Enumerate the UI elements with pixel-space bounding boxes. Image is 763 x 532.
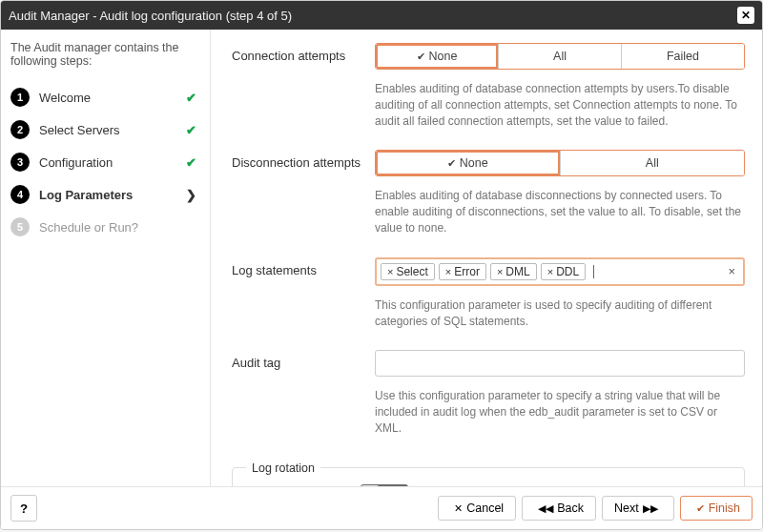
finish-button[interactable]: ✔Finish xyxy=(680,496,753,521)
step-label: Configuration xyxy=(39,155,180,170)
step-number: 2 xyxy=(10,120,30,139)
tag-select[interactable]: ×Select xyxy=(381,263,435,280)
connection-attempts-segmented: None All Failed xyxy=(375,43,745,70)
step-welcome[interactable]: 1 Welcome ✔ xyxy=(10,81,196,113)
disconnection-attempts-segmented: None All xyxy=(375,150,745,176)
disconnection-attempts-label: Disconnection attempts xyxy=(232,150,375,170)
disconnection-attempts-help: Enables auditing of database disconnecti… xyxy=(375,188,745,235)
form-panel: Connection attempts None All Failed Enab… xyxy=(211,30,762,486)
tag-ddl[interactable]: ×DDL xyxy=(541,263,586,280)
log-statements-help: This configuration parameter is used to … xyxy=(375,297,745,330)
dialog-footer: ? ✕Cancel ◀◀Back Next▶▶ ✔Finish xyxy=(1,486,762,529)
dialog-title: Audit Manager - Audit log configuration … xyxy=(9,9,737,23)
audit-tag-label: Audit tag xyxy=(232,350,375,370)
step-label: Welcome xyxy=(39,91,180,105)
cancel-button[interactable]: ✕Cancel xyxy=(438,496,516,521)
step-number: 3 xyxy=(10,153,30,172)
close-icon: ✕ xyxy=(454,502,463,515)
next-button[interactable]: Next▶▶ xyxy=(602,496,674,521)
clear-all-tags-icon[interactable]: × xyxy=(724,264,739,278)
close-icon[interactable]: ✕ xyxy=(737,7,754,24)
step-number: 5 xyxy=(10,217,30,236)
rewind-icon: ◀◀ xyxy=(538,502,553,515)
step-label: Log Parameters xyxy=(39,188,182,202)
check-icon: ✔ xyxy=(186,91,196,105)
tag-dml[interactable]: ×DML xyxy=(490,263,537,280)
disc-option-all[interactable]: All xyxy=(560,151,745,175)
step-number: 4 xyxy=(10,185,30,204)
text-cursor xyxy=(593,265,594,278)
step-number: 1 xyxy=(10,88,30,107)
step-log-parameters[interactable]: 4 Log Parameters ❯ xyxy=(10,178,196,211)
check-icon: ✔ xyxy=(186,155,196,170)
check-icon: ✔ xyxy=(186,123,196,137)
log-rotation-legend: Log rotation xyxy=(246,461,320,475)
step-label: Schedule or Run? xyxy=(39,220,196,235)
conn-option-none[interactable]: None xyxy=(376,44,498,69)
step-select-servers[interactable]: 2 Select Servers ✔ xyxy=(10,113,196,146)
conn-option-all[interactable]: All xyxy=(498,44,621,69)
check-icon: ✔ xyxy=(696,502,705,515)
chevron-right-icon: ❯ xyxy=(186,188,196,202)
audit-tag-input[interactable] xyxy=(375,350,745,377)
tag-error[interactable]: ×Error xyxy=(439,263,486,280)
connection-attempts-label: Connection attempts xyxy=(232,43,375,63)
log-rotation-fieldset: Log rotation Enable? No Day None xyxy=(232,461,745,486)
forward-icon: ▶▶ xyxy=(643,502,658,515)
step-label: Select Servers xyxy=(39,123,180,137)
back-button[interactable]: ◀◀Back xyxy=(522,496,596,521)
remove-tag-icon[interactable]: × xyxy=(497,266,503,277)
audit-tag-help: Use this configuration parameter to spec… xyxy=(375,388,745,436)
disc-option-none[interactable]: None xyxy=(376,151,560,175)
sidebar-intro: The Audit manager contains the following… xyxy=(10,41,196,68)
conn-option-failed[interactable]: Failed xyxy=(621,44,744,69)
step-schedule-or-run[interactable]: 5 Schedule or Run? xyxy=(10,211,196,243)
wizard-sidebar: The Audit manager contains the following… xyxy=(1,30,211,486)
log-statements-input[interactable]: ×Select ×Error ×DML ×DDL × xyxy=(375,257,745,286)
log-statements-label: Log statements xyxy=(232,257,375,277)
help-button[interactable]: ? xyxy=(10,495,37,522)
step-configuration[interactable]: 3 Configuration ✔ xyxy=(10,146,196,178)
remove-tag-icon[interactable]: × xyxy=(387,266,393,277)
remove-tag-icon[interactable]: × xyxy=(547,266,553,277)
audit-manager-dialog: Audit Manager - Audit log configuration … xyxy=(0,0,763,530)
connection-attempts-help: Enables auditing of database connection … xyxy=(375,81,745,129)
titlebar: Audit Manager - Audit log configuration … xyxy=(1,1,762,30)
remove-tag-icon[interactable]: × xyxy=(445,266,451,277)
